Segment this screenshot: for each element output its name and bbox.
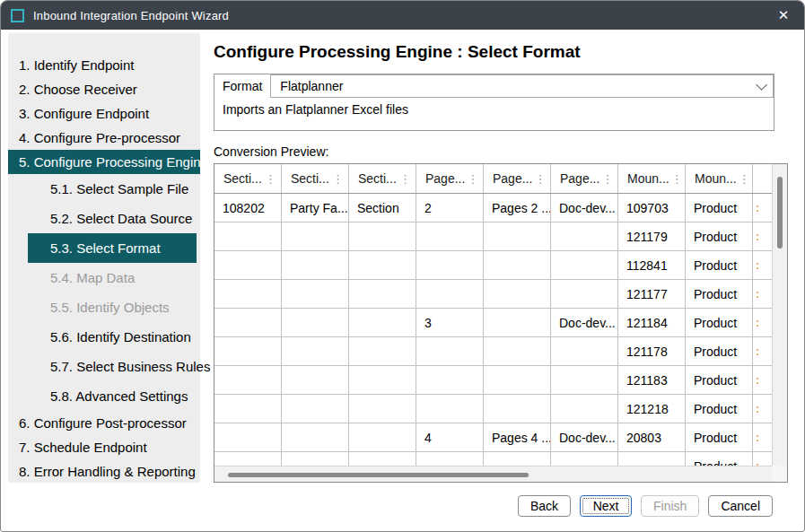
sidebar-step-12[interactable]: 5.7. Select Business Rules bbox=[8, 352, 200, 381]
horizontal-scrollbar[interactable] bbox=[214, 466, 772, 482]
table-cell bbox=[214, 423, 282, 451]
table-row[interactable]: 4Pages 4 ...Doc-dev...20803Product: bbox=[214, 423, 772, 452]
sidebar-step-7[interactable]: 5.2. Select Data Source bbox=[8, 204, 200, 233]
sidebar-step-16[interactable]: 8. Error Handling & Reporting bbox=[8, 459, 200, 484]
column-menu-icon[interactable]: ⋮ bbox=[669, 173, 683, 185]
table-cell bbox=[349, 309, 416, 336]
table-cell: 4 bbox=[416, 423, 484, 451]
table-cell bbox=[282, 280, 349, 308]
scrollbar-corner bbox=[772, 466, 787, 482]
wizard-steps-sidebar: 1. Identify Endpoint2. Choose Receiver3.… bbox=[8, 33, 200, 483]
table-row[interactable]: 108202Party Fa...Section2Pages 2 ...Doc-… bbox=[214, 194, 772, 222]
table-row[interactable]: 121179Product: bbox=[214, 222, 772, 251]
cancel-button[interactable]: Cancel bbox=[708, 495, 773, 517]
table-cell: Product bbox=[686, 337, 753, 365]
table-cell: Product bbox=[686, 395, 753, 423]
column-menu-icon[interactable]: ⋮ bbox=[532, 173, 546, 185]
format-description: Imports an Flatplanner Excel files bbox=[214, 98, 774, 121]
grid: Secti...⋮Secti...⋮Secti...⋮Page...⋮Page.… bbox=[214, 164, 772, 466]
sidebar-step-6[interactable]: 5.1. Select Sample File bbox=[8, 174, 200, 204]
sidebar-step-13[interactable]: 5.8. Advanced Settings bbox=[8, 381, 200, 411]
sidebar-step-9: 5.4. Map Data bbox=[8, 263, 200, 292]
window-title: Inbound Integration Endpoint Wizard bbox=[33, 9, 229, 22]
column-header-3[interactable]: Secti...⋮ bbox=[349, 164, 416, 193]
sidebar-step-14[interactable]: 6. Configure Post-processor bbox=[8, 411, 200, 435]
column-header-8[interactable]: Moun...⋮ bbox=[686, 164, 753, 193]
table-cell: 2 bbox=[416, 194, 484, 222]
conversion-preview-table: Secti...⋮Secti...⋮Secti...⋮Page...⋮Page.… bbox=[214, 163, 788, 483]
vertical-scrollbar[interactable] bbox=[772, 164, 787, 466]
table-row[interactable]: 121183Product: bbox=[214, 366, 772, 395]
sidebar-step-1[interactable]: 1. Identify Endpoint bbox=[8, 53, 200, 77]
column-header-2[interactable]: Secti...⋮ bbox=[282, 164, 349, 193]
sidebar-step-5[interactable]: 5. Configure Processing Engine bbox=[8, 150, 200, 174]
table-cell bbox=[484, 366, 551, 394]
table-cell bbox=[349, 366, 416, 394]
chevron-down-icon bbox=[756, 79, 767, 91]
column-header-6[interactable]: Page...⋮ bbox=[551, 164, 618, 193]
column-menu-icon[interactable]: ⋮ bbox=[599, 173, 613, 185]
table-cell bbox=[551, 251, 618, 279]
column-header-label: Secti... bbox=[291, 171, 329, 186]
table-row[interactable]: Product: bbox=[214, 452, 772, 466]
table-cell bbox=[282, 366, 349, 394]
table-cell bbox=[214, 395, 282, 423]
column-menu-icon[interactable]: ⋮ bbox=[330, 173, 344, 185]
table-cell bbox=[214, 452, 282, 466]
column-header-label: Moun... bbox=[627, 171, 669, 186]
column-header-5[interactable]: Page...⋮ bbox=[484, 164, 551, 193]
column-header-4[interactable]: Page...⋮ bbox=[416, 164, 484, 193]
sidebar-step-3[interactable]: 3. Configure Endpoint bbox=[8, 101, 200, 126]
close-icon[interactable]: ✕ bbox=[774, 7, 793, 23]
table-row[interactable]: 3Doc-dev...121184Product: bbox=[214, 309, 772, 337]
table-cell: Pages 2 ... bbox=[484, 194, 551, 222]
table-cell bbox=[282, 251, 349, 279]
table-cell-truncated: : bbox=[753, 452, 772, 466]
titlebar[interactable]: Inbound Integration Endpoint Wizard ✕ bbox=[1, 1, 804, 30]
table-row[interactable]: 121177Product: bbox=[214, 280, 772, 309]
table-row[interactable]: 112841Product: bbox=[214, 251, 772, 280]
table-cell: Product bbox=[686, 309, 753, 336]
sidebar-step-15[interactable]: 7. Schedule Endpoint bbox=[8, 435, 200, 459]
conversion-preview-label: Conversion Preview: bbox=[214, 144, 804, 159]
table-cell bbox=[214, 309, 282, 336]
table-cell bbox=[214, 251, 282, 279]
column-header-label: Page... bbox=[425, 171, 465, 186]
table-cell: Product bbox=[686, 251, 753, 279]
back-button[interactable]: Back bbox=[518, 495, 571, 517]
table-cell: Doc-dev... bbox=[551, 194, 618, 222]
sidebar-step-8[interactable]: 5.3. Select Format bbox=[28, 233, 197, 263]
column-menu-icon[interactable]: ⋮ bbox=[398, 173, 411, 185]
table-cell-truncated: : bbox=[753, 251, 772, 279]
sidebar-step-11[interactable]: 5.6. Identify Destination bbox=[8, 322, 200, 352]
sidebar-step-4[interactable]: 4. Configure Pre-processor bbox=[8, 126, 200, 150]
table-cell bbox=[214, 280, 282, 308]
table-cell-truncated: : bbox=[753, 395, 772, 423]
column-header-1[interactable]: Secti...⋮ bbox=[214, 164, 282, 193]
table-cell: 20803 bbox=[618, 423, 686, 451]
table-cell-truncated: : bbox=[753, 366, 772, 394]
table-cell bbox=[416, 366, 484, 394]
column-menu-icon[interactable]: ⋮ bbox=[737, 173, 750, 185]
vertical-scrollbar-thumb[interactable] bbox=[777, 177, 783, 249]
table-cell bbox=[551, 280, 618, 308]
table-row[interactable]: 121178Product: bbox=[214, 337, 772, 366]
column-menu-icon[interactable]: ⋮ bbox=[465, 173, 478, 185]
column-header-7[interactable]: Moun...⋮ bbox=[618, 164, 686, 193]
column-menu-icon[interactable]: ⋮ bbox=[263, 173, 276, 185]
table-row[interactable]: 121218Product: bbox=[214, 395, 772, 423]
table-cell bbox=[484, 222, 551, 250]
table-cell: 121218 bbox=[618, 395, 686, 423]
table-cell-truncated: : bbox=[753, 194, 772, 222]
sidebar-step-2[interactable]: 2. Choose Receiver bbox=[8, 77, 200, 101]
table-cell bbox=[214, 366, 282, 394]
table-cell: 121179 bbox=[618, 222, 686, 250]
table-cell-truncated: : bbox=[753, 337, 772, 365]
format-dropdown[interactable]: Flatplanner bbox=[270, 74, 774, 98]
main-content: Configure Processing Engine : Select For… bbox=[200, 33, 804, 483]
column-header-partial bbox=[753, 164, 772, 193]
table-cell: Product bbox=[686, 194, 753, 222]
finish-button[interactable]: Finish bbox=[641, 495, 699, 517]
next-button[interactable]: Next bbox=[580, 495, 632, 517]
horizontal-scrollbar-thumb[interactable] bbox=[228, 473, 529, 477]
